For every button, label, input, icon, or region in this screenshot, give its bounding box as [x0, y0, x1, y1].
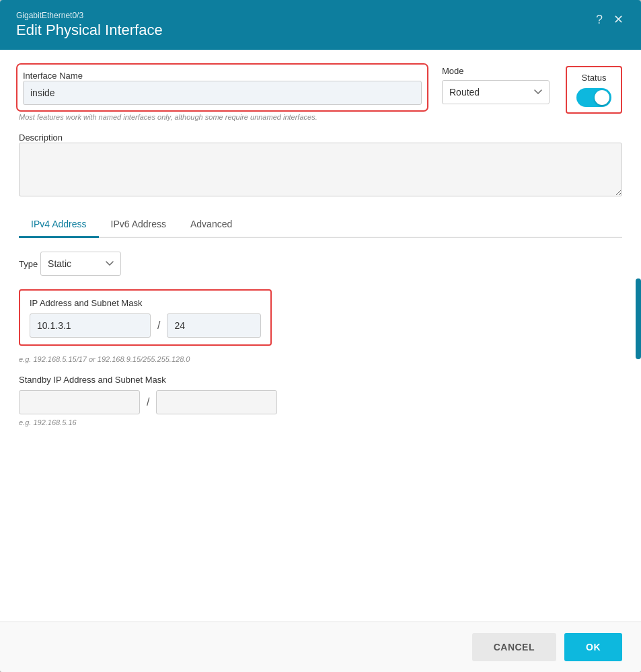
mode-group: Mode Routed Transparent Passive — [442, 66, 550, 104]
ip-address-hint: e.g. 192.168.5.15/17 or 192.168.9.15/255… — [19, 355, 622, 363]
tab-advanced[interactable]: Advanced — [178, 212, 244, 238]
dialog-header-titles: GigabitEthernet0/3 Edit Physical Interfa… — [16, 11, 163, 39]
dialog-subtitle: GigabitEthernet0/3 — [16, 11, 163, 20]
standby-section: Standby IP Address and Subnet Mask / e.g… — [19, 374, 622, 426]
status-toggle[interactable] — [576, 88, 611, 107]
interface-name-outline: Interface Name — [19, 66, 426, 109]
ip-address-input[interactable] — [30, 313, 151, 338]
ok-button[interactable]: OK — [564, 633, 622, 661]
standby-ip-row: / — [19, 390, 622, 414]
cancel-button[interactable]: CANCEL — [472, 633, 556, 661]
dialog-body: Interface Name Most features work with n… — [0, 50, 641, 443]
type-select[interactable]: Static DHCP PPPoE — [40, 252, 121, 276]
description-label: Description — [19, 133, 63, 143]
standby-label: Standby IP Address and Subnet Mask — [19, 375, 166, 385]
mode-select[interactable]: Routed Transparent Passive — [442, 80, 550, 104]
dialog-title: Edit Physical Interface — [16, 22, 163, 39]
ip-address-label: IP Address and Subnet Mask — [30, 298, 142, 308]
mode-label: Mode — [442, 66, 550, 76]
dialog-header: GigabitEthernet0/3 Edit Physical Interfa… — [0, 0, 641, 50]
standby-subnet-input[interactable] — [156, 390, 277, 414]
description-section: Description — [19, 132, 622, 198]
tabs-container: IPv4 Address IPv6 Address Advanced — [19, 212, 622, 238]
scrollbar[interactable] — [636, 278, 641, 359]
toggle-slider — [576, 88, 611, 107]
top-row: Interface Name Most features work with n… — [19, 66, 622, 121]
subnet-mask-input[interactable] — [167, 313, 261, 338]
interface-name-label: Interface Name — [23, 71, 83, 81]
interface-name-hint: Most features work with named interfaces… — [19, 113, 369, 121]
type-section: Type Static DHCP PPPoE — [19, 252, 622, 276]
dialog-header-actions: ? ✕ — [595, 11, 625, 28]
help-button[interactable]: ? — [595, 11, 604, 28]
close-button[interactable]: ✕ — [612, 11, 625, 28]
dialog-footer: CANCEL OK — [0, 622, 641, 672]
ip-address-row: / — [30, 313, 261, 338]
standby-hint: e.g. 192.168.5.16 — [19, 418, 622, 426]
ip-address-outline: IP Address and Subnet Mask / — [19, 289, 272, 346]
interface-name-input[interactable] — [23, 81, 422, 105]
status-group: Status — [566, 66, 622, 114]
tab-ipv4-address[interactable]: IPv4 Address — [19, 212, 99, 238]
interface-name-group: Interface Name Most features work with n… — [19, 66, 426, 121]
standby-slash-divider: / — [147, 396, 149, 408]
slash-divider: / — [157, 320, 160, 332]
tab-ipv6-address[interactable]: IPv6 Address — [99, 212, 179, 238]
status-outline: Status — [566, 66, 622, 114]
standby-ip-input[interactable] — [19, 390, 140, 414]
status-label: Status — [582, 73, 607, 83]
ip-address-section: IP Address and Subnet Mask / e.g. 192.16… — [19, 289, 622, 363]
type-label: Type — [19, 259, 38, 269]
edit-physical-interface-dialog: GigabitEthernet0/3 Edit Physical Interfa… — [0, 0, 641, 672]
description-textarea[interactable] — [19, 143, 622, 196]
